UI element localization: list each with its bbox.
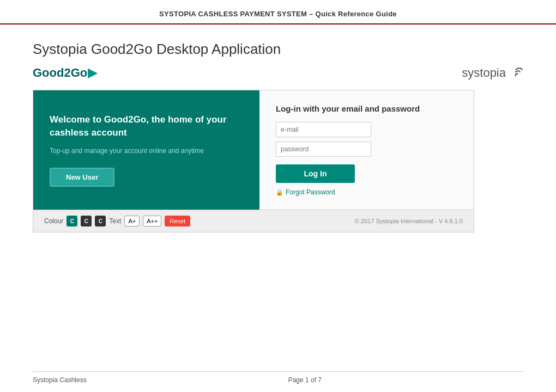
email-input[interactable]: [276, 122, 371, 137]
good2go-logo-text: Good2Go: [33, 66, 87, 80]
systopia-logo-text: systopia: [462, 66, 506, 80]
forgot-password-text: Forgot Password: [286, 188, 335, 196]
copyright-text: © 2017 Systopia International - V 4.6.1.…: [355, 218, 463, 224]
text-size-a-plus-plus-button[interactable]: A++: [143, 216, 161, 226]
footer-controls: Colour C C C Text A+ A++ Reset: [44, 216, 190, 226]
app-screenshot: Welcome to Good2Go, the home of your cas…: [33, 90, 474, 210]
lock-icon: 🔒: [276, 189, 283, 196]
app-screenshot-wrapper: Welcome to Good2Go, the home of your cas…: [33, 90, 523, 232]
text-label: Text: [109, 217, 121, 225]
colour-label: Colour: [44, 217, 63, 225]
password-input[interactable]: [276, 142, 371, 157]
wifi-icon: [508, 65, 523, 80]
document-footer: Systopia Cashless Page 1 of 7: [33, 371, 523, 384]
colour-circle-3[interactable]: C: [95, 216, 106, 226]
good2go-logo: Good2Go ▶: [33, 66, 97, 80]
section-title: Systopia Good2Go Desktop Application: [33, 41, 523, 58]
app-welcome-subtitle: Top-up and manage your account online an…: [50, 146, 243, 156]
logo-row: Good2Go ▶ systopia: [33, 65, 523, 80]
good2go-arrow-icon: ▶: [88, 66, 97, 80]
login-title: Log-in with your email and password: [276, 104, 457, 113]
login-button[interactable]: Log In: [276, 164, 355, 183]
doc-footer-center: Page 1 of 7: [288, 376, 322, 384]
colour-circle-2[interactable]: C: [81, 216, 92, 226]
document-body: Systopia Good2Go Desktop Application Goo…: [0, 24, 556, 243]
reset-button[interactable]: Reset: [165, 216, 190, 226]
forgot-password-link[interactable]: 🔒 Forgot Password: [276, 188, 457, 196]
document-title: SYSTOPIA CASHLESS PAYMENT SYSTEM – Quick…: [33, 10, 523, 18]
app-right-panel: Log-in with your email and password Log …: [259, 90, 474, 210]
svg-point-0: [515, 75, 517, 76]
text-size-a-plus-button[interactable]: A+: [124, 216, 140, 226]
colour-circle-1[interactable]: C: [67, 216, 77, 226]
document-header: SYSTOPIA CASHLESS PAYMENT SYSTEM – Quick…: [0, 0, 556, 24]
new-user-button[interactable]: New User: [50, 168, 114, 187]
doc-footer-left: Systopia Cashless: [33, 376, 87, 384]
app-welcome-title: Welcome to Good2Go, the home of your cas…: [50, 113, 243, 139]
app-footer-bar: Colour C C C Text A+ A++ Reset © 2017 Sy…: [33, 210, 474, 232]
systopia-logo: systopia: [462, 65, 523, 80]
app-left-panel: Welcome to Good2Go, the home of your cas…: [33, 90, 259, 210]
